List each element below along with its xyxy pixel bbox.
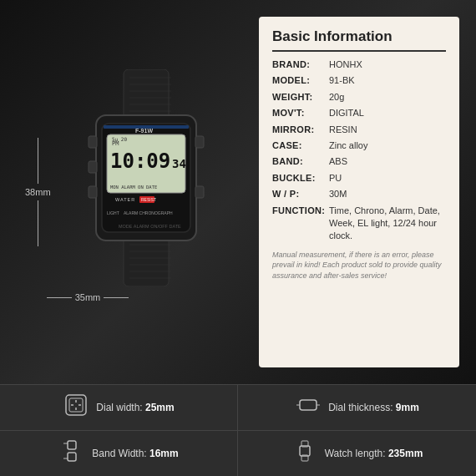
info-row-label: MIRROR: xyxy=(272,124,329,136)
info-row-value: 91-BK xyxy=(329,74,355,87)
info-row-label: BUCKLE: xyxy=(272,172,329,185)
dial-thickness-icon xyxy=(295,392,322,423)
svg-rect-44 xyxy=(68,441,76,449)
info-row: MIRROR:RESIN xyxy=(272,124,446,136)
band-width: Band Width: 16mm xyxy=(0,431,238,477)
svg-rect-15 xyxy=(89,136,97,148)
svg-rect-7 xyxy=(124,236,169,286)
svg-rect-16 xyxy=(89,161,97,173)
main-area: 38mm xyxy=(0,0,476,384)
watch-length: Watch length: 235mm xyxy=(238,431,476,477)
watch-length-icon xyxy=(291,438,318,468)
svg-rect-0 xyxy=(124,69,169,119)
info-row-label: MODEL: xyxy=(272,74,329,87)
info-panel: Basic Information BRAND:HONHXMODEL:91-BK… xyxy=(259,17,459,367)
info-heading: Basic Information xyxy=(272,28,446,52)
dial-width: Dial width: 25mm xyxy=(0,385,238,431)
svg-text:RESIST: RESIST xyxy=(141,197,156,202)
svg-rect-17 xyxy=(89,186,97,198)
info-row-value: DIGITAL xyxy=(329,107,364,119)
info-row-label: W / P: xyxy=(272,188,329,200)
width-dimension: 35mm xyxy=(29,292,146,302)
info-row: BUCKLE:PU xyxy=(272,172,446,185)
info-row-label: BRAND: xyxy=(272,58,329,71)
svg-rect-48 xyxy=(300,446,310,456)
info-row-value: PU xyxy=(329,172,342,185)
height-label: 38mm xyxy=(25,187,51,197)
info-row-value: HONHX xyxy=(329,58,362,71)
svg-rect-19 xyxy=(195,186,204,198)
svg-text:ALARM CHRONOGRAPH: ALARM CHRONOGRAPH xyxy=(124,210,173,215)
dial-width-icon xyxy=(63,392,89,423)
band-width-icon xyxy=(58,438,85,468)
svg-text:5u  20: 5u 20 xyxy=(112,136,127,142)
svg-text:WATER: WATER xyxy=(115,197,135,202)
info-row-label: MOV'T: xyxy=(272,107,329,119)
watch-svg: PM 10:09 34 5u 20 MON ALARM ON DATE WATE… xyxy=(75,69,217,286)
info-row-value: ABS xyxy=(329,155,347,168)
info-row: MODEL:91-BK xyxy=(272,74,446,87)
height-dimension: 38mm xyxy=(25,138,51,246)
width-label: 35mm xyxy=(75,292,101,302)
svg-rect-45 xyxy=(68,453,76,461)
info-row-value: Time, Chrono, Alarm, Date, Week, EL ligh… xyxy=(329,205,446,243)
svg-text:F-91W: F-91W xyxy=(135,128,153,134)
info-rows: BRAND:HONHXMODEL:91-BKWEIGHT:20gMOV'T:DI… xyxy=(272,58,446,243)
svg-rect-41 xyxy=(300,400,316,410)
info-note: Manual measurement, if there is an error… xyxy=(272,250,446,281)
info-row: FUNCTION:Time, Chrono, Alarm, Date, Week… xyxy=(272,205,446,243)
watch-area: 38mm xyxy=(17,17,251,367)
info-row-value: RESIN xyxy=(329,124,357,136)
info-row: BRAND:HONHX xyxy=(272,58,446,71)
info-row-label: FUNCTION: xyxy=(272,205,329,217)
info-row-label: BAND: xyxy=(272,155,329,168)
info-row: MOV'T:DIGITAL xyxy=(272,107,446,119)
svg-text:MODE  ALARM  ON/OFF  DATE: MODE ALARM ON/OFF DATE xyxy=(119,224,181,229)
info-row-label: WEIGHT: xyxy=(272,91,329,104)
info-row: W / P:30M xyxy=(272,188,446,200)
bottom-bar: Dial width: 25mm Dial thickness: 9mm Ban… xyxy=(0,384,476,476)
svg-text:MON ALARM ON  DATE: MON ALARM ON DATE xyxy=(110,185,157,190)
info-row-value: 30M xyxy=(329,188,347,200)
svg-rect-18 xyxy=(195,136,204,148)
info-row: BAND:ABS xyxy=(272,155,446,168)
info-row: CASE:Zinc alloy xyxy=(272,139,446,152)
info-row: WEIGHT:20g xyxy=(272,91,446,104)
svg-text:LIGHT: LIGHT xyxy=(107,210,119,215)
dial-thickness: Dial thickness: 9mm xyxy=(238,385,476,431)
watch-image: PM 10:09 34 5u 20 MON ALARM ON DATE WATE… xyxy=(75,69,217,290)
dial-width-label: Dial width: 25mm xyxy=(96,402,174,413)
info-row-label: CASE: xyxy=(272,139,329,152)
band-width-label: Band Width: 16mm xyxy=(92,448,178,459)
svg-text:10:09: 10:09 xyxy=(110,149,170,173)
watch-length-label: Watch length: 235mm xyxy=(325,448,423,459)
svg-text:34: 34 xyxy=(172,157,186,170)
info-row-value: Zinc alloy xyxy=(329,139,367,152)
info-row-value: 20g xyxy=(329,91,344,104)
dial-thickness-label: Dial thickness: 9mm xyxy=(328,402,419,413)
